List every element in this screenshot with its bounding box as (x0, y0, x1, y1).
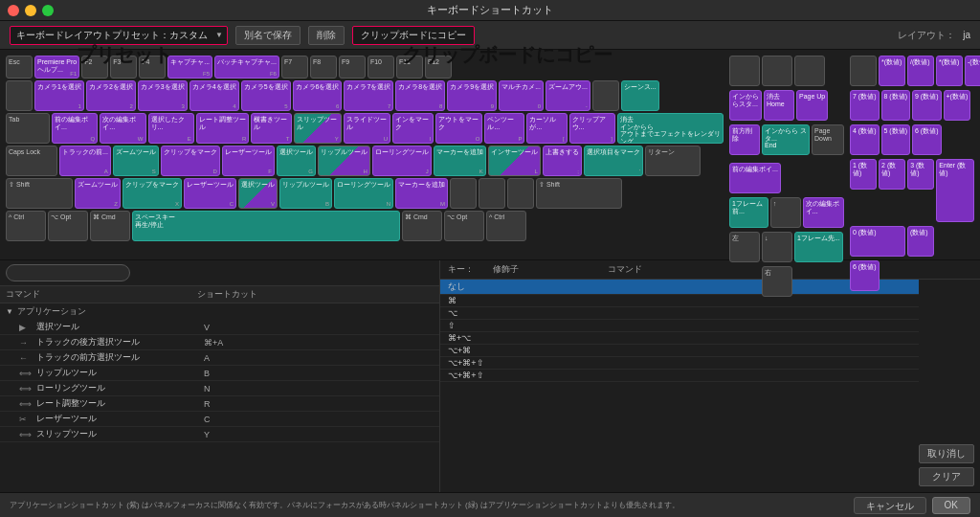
key-u[interactable]: スライドツールU (344, 113, 390, 144)
key-bracket-l[interactable]: カーソルが...[ (526, 113, 567, 144)
key-pause[interactable] (794, 56, 825, 86)
mod-row-opt-shift[interactable]: ⌥+⌘+⇧ (440, 357, 919, 370)
key-2[interactable]: カメラ2を選択2 (86, 80, 136, 111)
key-arrow-u[interactable]: ↑ (770, 197, 801, 228)
key-k[interactable]: マーカーを追加K (434, 146, 486, 176)
cmd-row-rate[interactable]: ⟺ レート調整ツール R (0, 396, 439, 412)
minimize-button[interactable] (25, 5, 36, 16)
key-num1[interactable]: 1 (数値) (850, 159, 877, 190)
key-period[interactable] (479, 178, 505, 209)
key-s[interactable]: ズームツールS (113, 146, 159, 176)
cmd-row-track-back[interactable]: → トラックの後方選択ツール ⌘+A (0, 335, 439, 350)
key-arrow-r[interactable]: ↓ (762, 232, 792, 262)
key-9[interactable]: カメラ9を選択9 (447, 80, 497, 111)
key-f12[interactable]: F12 (425, 56, 452, 79)
key-semi[interactable]: 上書きする; (543, 146, 582, 176)
key-num7[interactable]: 7 (数値) (850, 90, 880, 121)
key-1[interactable]: カメラ1を選択1 (34, 80, 84, 111)
key-bracket-r[interactable]: クリップアウ...] (569, 113, 615, 144)
key-a[interactable]: トラックの前...A (59, 146, 111, 176)
key-ctrl-r[interactable]: ^ Ctrl (486, 211, 526, 241)
key-delete[interactable]: シーンス... (621, 80, 659, 111)
key-f8[interactable]: F8 (310, 56, 337, 79)
key-v[interactable]: 選択ツールV (238, 178, 278, 209)
key-slash[interactable] (507, 178, 534, 209)
key-c[interactable]: レーザーツールC (184, 178, 236, 209)
key-f9[interactable]: F9 (339, 56, 366, 79)
key-num9[interactable]: 9 (数値) (912, 90, 942, 121)
cmd-row-slip[interactable]: ⟺ スリップツール Y (0, 427, 439, 442)
key-space[interactable]: スペースキー再生/停止 (132, 211, 400, 241)
key-num-lock[interactable] (850, 56, 877, 86)
key-t[interactable]: 横書きツールT (251, 113, 292, 144)
key-shift-l[interactable]: ⇧ Shift (6, 178, 73, 209)
cmd-row-razor[interactable]: ✂ レーザーツール C (0, 412, 439, 427)
key-ctrl-l[interactable]: ^ Ctrl (6, 211, 46, 241)
key-1frame-fwd[interactable]: 1フレーム先... (794, 232, 843, 262)
key-opt-r[interactable]: ⌥ Opt (444, 211, 484, 241)
cmd-row-select[interactable]: ▶ 選択ツール V (0, 320, 439, 335)
key-l[interactable]: インサーツールL (488, 146, 541, 176)
key-num5[interactable]: 5 (数値) (881, 124, 911, 155)
cmd-row-track-fwd[interactable]: ← トラックの前方選択ツール A (0, 350, 439, 366)
key-num0[interactable]: 0 (数値) (850, 226, 905, 257)
mod-row-none[interactable]: なし (440, 280, 919, 295)
key-prev-edit[interactable]: 前の編集ポイ... (729, 163, 781, 193)
key-delete2[interactable]: 前方削除 (729, 124, 760, 155)
key-f6[interactable]: バッチキャプチャ...F6 (214, 56, 279, 79)
key-num-dot[interactable]: (数値) (907, 226, 934, 257)
key-home[interactable]: 消去Home (764, 90, 794, 121)
key-quote[interactable]: 選択項目をマーク' (584, 146, 643, 176)
key-shift-r[interactable]: ⇧ Shift (536, 178, 622, 209)
ok-button[interactable]: OK (932, 497, 970, 514)
key-backtick[interactable] (6, 80, 33, 111)
key-num-6b[interactable]: 6 (数値) (850, 260, 880, 291)
key-3[interactable]: カメラ3を選択3 (138, 80, 188, 111)
key-f11[interactable]: F11 (396, 56, 423, 79)
close-button[interactable] (8, 5, 19, 16)
key-end[interactable]: インからら スタ...End (762, 124, 810, 155)
key-w[interactable]: 次の編集ポイ...W (100, 113, 145, 144)
preset-dropdown[interactable]: キーボードレイアウトプリセット：カスタム (10, 26, 228, 45)
key-pgdn[interactable]: Page Down (812, 124, 844, 155)
cmd-row-ripple[interactable]: ⟺ リップルツール B (0, 366, 439, 381)
copy-clipboard-button[interactable]: クリップボードにコピー (352, 26, 475, 45)
key-q[interactable]: 前の編集ポイ...Q (52, 113, 98, 144)
search-input[interactable] (6, 264, 130, 281)
key-num4[interactable]: 4 (数値) (850, 124, 880, 155)
key-f4[interactable]: F4 (139, 56, 166, 79)
key-p[interactable]: ペンツール...P (484, 113, 524, 144)
mod-row-cmd-opt[interactable]: ⌘+⌥ (440, 332, 919, 345)
key-arrow-d[interactable]: 左 (729, 232, 760, 262)
key-n[interactable]: ローリングツールN (334, 178, 393, 209)
key-4[interactable]: カメラ4を選択4 (189, 80, 239, 111)
key-f5[interactable]: キャプチャ...F5 (167, 56, 212, 79)
key-f2[interactable]: F2 (81, 56, 108, 79)
key-i[interactable]: インをマークI (392, 113, 434, 144)
key-num-slash[interactable]: *(数値) (879, 56, 905, 86)
key-d[interactable]: クリップをマークD (161, 146, 220, 176)
key-cmd-r[interactable]: ⌘ Cmd (402, 211, 442, 241)
key-next-edit[interactable]: 次の編集ボイ... (803, 197, 844, 228)
key-opt-l[interactable]: ⌥ Opt (48, 211, 88, 241)
key-7[interactable]: カメラ7を選択7 (344, 80, 393, 111)
key-x[interactable]: クリップをマークX (122, 178, 182, 209)
key-backslash[interactable]: 消去インかららアウトまでエフェクトをレンダリング (617, 113, 724, 144)
key-print[interactable] (729, 56, 760, 86)
key-num3[interactable]: 3 (数値) (907, 159, 934, 190)
key-f1[interactable]: Premiere Proヘルプ...F1 (34, 56, 79, 79)
delete-button[interactable]: 削除 (308, 26, 345, 45)
key-o[interactable]: アウトをマークO (435, 113, 482, 144)
key-num6[interactable]: 6 (数値) (912, 124, 942, 155)
key-f[interactable]: レーザーツールF (222, 146, 275, 176)
key-return[interactable]: リターン (645, 146, 701, 176)
clear-button[interactable]: クリア (919, 467, 974, 486)
key-scroll[interactable] (762, 56, 792, 86)
mod-row-shift[interactable]: ⇧ (440, 320, 919, 332)
key-num2[interactable]: 2 (数値) (879, 159, 905, 190)
key-f7[interactable]: F7 (281, 56, 308, 79)
key-cmd-l[interactable]: ⌘ Cmd (90, 211, 130, 241)
mod-row-opt[interactable]: ⌥ (440, 307, 919, 320)
key-pgup[interactable]: Page Up (796, 90, 828, 121)
key-6[interactable]: カメラ6を選択6 (293, 80, 343, 111)
